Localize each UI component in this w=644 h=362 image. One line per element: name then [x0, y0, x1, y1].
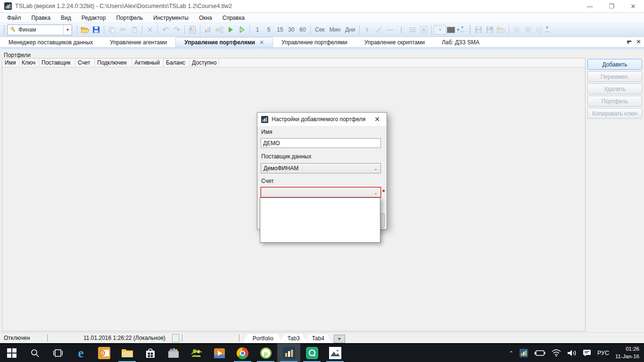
portfolio-table-header: Имя Ключ Поставщик Счет Подключен Активн… [2, 58, 585, 67]
wifi-icon[interactable] [552, 349, 561, 357]
tab-portfolio-management-2[interactable]: Управление портфелями [273, 37, 356, 47]
portfolios-group-label: Портфели [4, 52, 31, 58]
workspace-tab-3[interactable]: Tab3 [280, 334, 307, 343]
color-swatch [447, 27, 455, 33]
run-button[interactable] [225, 24, 236, 35]
edge-icon[interactable]: e [69, 344, 92, 362]
portfolio-button: Портфель [587, 96, 642, 107]
messenger-icon[interactable] [185, 344, 208, 362]
menu-windows[interactable]: Окна [194, 14, 217, 22]
col-name[interactable]: Имя [2, 58, 19, 67]
dialog-close-icon[interactable]: ✕ [368, 113, 387, 126]
speaker-icon[interactable] [567, 349, 577, 357]
tab-close-icon[interactable]: ✕ [259, 39, 264, 46]
toolbar-grip[interactable] [3, 25, 6, 34]
utorrent-icon[interactable]: µ [254, 344, 277, 362]
tab-portfolio-management-active[interactable]: Управление портфелями✕ [175, 37, 273, 47]
tab-scripts-management[interactable]: Управление скриптами [356, 37, 433, 47]
col-connected[interactable]: Подключен [95, 58, 132, 67]
chrome-icon[interactable] [231, 344, 254, 362]
col-key[interactable]: Ключ [19, 58, 39, 67]
open-file-button[interactable] [79, 24, 91, 35]
log-notebook-icon[interactable] [172, 334, 179, 342]
menu-file[interactable]: Файл [2, 14, 26, 22]
windows-store-icon[interactable] [139, 344, 162, 362]
file-explorer-icon[interactable] [116, 344, 139, 362]
toolbar2-overflow-chevron[interactable]: ▾― [545, 25, 549, 34]
select-block-disabled [511, 24, 522, 35]
interval-15-button[interactable]: 15 [274, 24, 286, 35]
start-button[interactable] [0, 344, 23, 362]
account-dropdown[interactable]: ⌄ [261, 187, 381, 197]
script-settings-button[interactable] [187, 24, 198, 35]
menu-tools[interactable]: Инструменты [148, 14, 194, 22]
battery-icon[interactable] [534, 349, 545, 357]
col-provider[interactable]: Поставщик [39, 58, 75, 67]
outlook-icon[interactable] [92, 344, 116, 362]
color-picker[interactable]: ▾ [446, 24, 460, 35]
menu-edit[interactable]: Правка [26, 14, 56, 22]
provider-combo[interactable]: Финам ▾ [7, 25, 72, 35]
toolbar2-grip[interactable] [469, 25, 471, 34]
restore-button[interactable]: ❐ [601, 0, 622, 13]
tab-list-dropdown-icon[interactable]: ▬▾ [627, 40, 631, 44]
col-account[interactable]: Счет [75, 58, 95, 67]
workspace-tab-portfolio[interactable]: Portfolio [243, 334, 283, 343]
timeframe-day-button[interactable]: Дни [343, 24, 357, 35]
interval-60-button[interactable]: 60 [297, 24, 308, 35]
close-button[interactable]: ✕ [622, 0, 644, 13]
add-portfolio-button[interactable]: Добавить [587, 59, 642, 70]
timeframe-sec-button[interactable]: Сек [313, 24, 327, 35]
tslab-tray-icon[interactable] [520, 349, 528, 357]
timeframe-min-button[interactable]: Мин [327, 24, 343, 35]
provider-dropdown[interactable]: ДемоФИНАМ ⌄ [261, 163, 381, 173]
interval-30-button[interactable]: 30 [286, 24, 297, 35]
copy-key-button: Копировать ключ [587, 108, 642, 119]
workspace-tab-4-active[interactable]: Tab4 [305, 334, 332, 343]
account-dropdown-popup[interactable] [260, 197, 380, 243]
language-indicator[interactable]: РУС [597, 350, 609, 356]
run-step-button[interactable] [236, 24, 248, 35]
tslab-logo-icon [4, 2, 12, 10]
get-office-app-icon[interactable] [162, 344, 185, 362]
line-width-combo-disabled: ▾ [434, 25, 446, 34]
add-workspace-tab-button[interactable]: + [334, 335, 345, 343]
minimize-button[interactable]: — [579, 0, 601, 13]
tab-agents-management[interactable]: Управление агентами [101, 37, 175, 47]
toolbar-overflow-chevron[interactable]: ▾― [460, 25, 464, 34]
tab-data-providers-manager[interactable]: Менеджер поставщиков данных [0, 37, 101, 47]
menu-help[interactable]: Справка [217, 14, 250, 22]
svg-text:µ: µ [264, 350, 268, 357]
search-icon[interactable] [23, 344, 46, 362]
provider-combo-arrow[interactable]: ▾ [63, 25, 72, 35]
tab-lab-d33-sma[interactable]: Лаб: ДЗЗ SMA [433, 37, 488, 47]
notification-icon[interactable] [583, 349, 591, 357]
photos-icon[interactable] [323, 344, 347, 362]
menu-editor[interactable]: Редактор [76, 14, 111, 22]
col-balance[interactable]: Баланс [164, 58, 190, 67]
taskbar-clock[interactable]: 01:26 11-Jan-16 [615, 346, 639, 360]
menu-view[interactable]: Вид [56, 14, 76, 22]
q-app-icon[interactable] [300, 344, 323, 362]
text-tool-disabled: A [418, 24, 429, 35]
task-view-icon[interactable] [46, 344, 69, 362]
name-input[interactable] [261, 138, 381, 148]
save-button[interactable] [91, 24, 102, 35]
provider-dropdown-value: ДемоФИНАМ [261, 165, 371, 172]
media-player-icon[interactable] [208, 344, 231, 362]
dialog-tslab-logo-icon [261, 116, 268, 123]
tslab-taskbar-icon[interactable] [277, 344, 300, 362]
menu-portfolio[interactable]: Портфель [111, 14, 148, 22]
check-block-disabled [534, 24, 545, 35]
tabstrip-close-icon[interactable]: ✕ [636, 38, 641, 45]
save-script-disabled [473, 24, 484, 35]
col-available[interactable]: Доступно [190, 58, 219, 67]
taskbar-date: 11-Jan-16 [615, 353, 639, 361]
tray-overflow-chevron-icon[interactable]: ⌃ [509, 350, 513, 356]
interval-5-button[interactable]: 5 [263, 24, 274, 35]
workspace-tabs: Portfolio Tab3 Tab4 + [243, 333, 345, 343]
tslab-window: TSLab (версия 1.2.24.0:32bit) - C:\Users… [0, 0, 644, 362]
interval-1-button[interactable]: 1 [252, 24, 263, 35]
delete-button: Удалить [587, 83, 642, 94]
col-active[interactable]: Активный [132, 58, 164, 67]
